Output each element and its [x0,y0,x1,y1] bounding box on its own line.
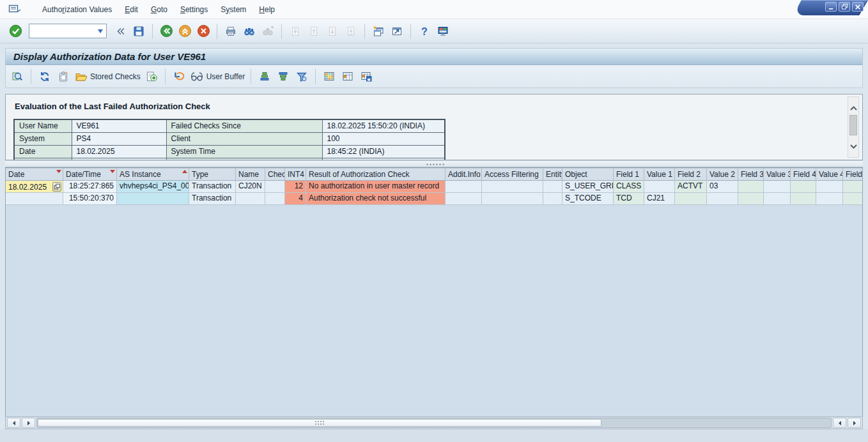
export-button[interactable] [144,68,159,85]
grid-cell-instance[interactable]: vhvheps4ci_PS4_00 [117,181,189,193]
column-header-accessf[interactable]: Access Filtering [482,168,543,181]
column-header-v1[interactable]: Value 1 [644,168,675,181]
column-header-instance[interactable]: AS Instance [117,168,189,181]
grid-cell-name[interactable] [236,193,265,205]
last-page-button[interactable] [343,23,359,40]
column-header-v2[interactable]: Value 2 [707,168,738,181]
scroll-right-icon[interactable] [22,418,35,428]
close-icon[interactable] [852,2,864,11]
grid-cell-date[interactable] [6,193,63,205]
grid-cell-check[interactable] [265,193,285,205]
next-page-button[interactable] [325,23,340,40]
grid-cell-datetime[interactable]: 18:25:27:865 [63,181,117,193]
change-layout-button[interactable] [340,68,355,85]
menu-help[interactable]: Help [252,3,281,17]
new-session-button[interactable] [371,23,386,40]
find-button[interactable] [242,23,257,40]
restore-icon[interactable] [839,2,850,11]
reset-button[interactable] [171,68,187,85]
multiple-values-button[interactable] [52,182,61,192]
details-button[interactable] [10,68,25,85]
grid-cell-addit[interactable] [446,181,482,193]
command-field[interactable] [29,24,107,38]
column-header-f2[interactable]: Field 2 [675,168,707,181]
first-page-button[interactable] [288,23,303,40]
scrollbar-track[interactable] [36,418,832,428]
help-button[interactable]: ? [417,23,432,40]
grid-cell-object[interactable]: S_TCODE [562,193,614,205]
grid-cell-type[interactable]: Transaction [189,181,236,193]
menu-system[interactable]: System [214,3,252,17]
scrollbar-thumb[interactable] [849,115,857,135]
column-header-check[interactable]: Check [265,168,285,181]
grid-cell-addit[interactable] [446,193,482,205]
sort-descending-button[interactable] [275,68,291,85]
scroll-down-icon[interactable] [848,141,858,152]
refresh-button[interactable] [37,68,52,85]
back-button[interactable] [159,23,174,40]
menu-settings[interactable]: Settings [174,3,214,17]
column-header-addit[interactable]: Addit.Info [446,168,482,181]
splitter-bar[interactable] [5,160,863,167]
grid-cell-v3[interactable] [764,193,791,205]
grid-cell-f4[interactable] [791,181,816,193]
evaluation-vertical-scrollbar[interactable] [848,96,859,158]
grid-cell-v4[interactable] [816,181,843,193]
grid-cell-v2[interactable]: 03 [707,181,738,193]
stored-checks-button[interactable]: Stored Checks [74,68,141,85]
grid-cell-result[interactable]: Authorization check not successful [306,193,446,205]
column-header-date[interactable]: Date [6,168,63,181]
cancel-button[interactable] [196,23,211,40]
grid-cell-datetime[interactable]: 15:50:20:370 [63,193,117,205]
grid-cell-result[interactable]: No authorization in user master record [306,181,446,193]
grid-cell-entity[interactable] [543,181,562,193]
grid-cell-object[interactable]: S_USER_GRP [562,181,614,193]
grid-cell-date[interactable]: 18.02.2025 [6,181,63,193]
chevron-down-icon[interactable] [98,29,103,33]
previous-page-button[interactable] [306,23,322,40]
menu-edit[interactable]: Edit [118,3,144,17]
print-button[interactable] [223,23,238,40]
grid-cell-accessf[interactable] [482,181,543,193]
create-shortcut-button[interactable] [389,23,405,40]
scroll-up-icon[interactable] [848,102,858,114]
column-header-f3[interactable]: Field 3 [738,168,764,181]
column-header-entity[interactable]: Entity [543,168,562,181]
grid-cell-f3[interactable] [738,181,764,193]
column-header-f4[interactable]: Field 4 [791,168,816,181]
grid-cell-f5[interactable] [843,193,863,205]
column-header-datetime[interactable]: Date/Time [63,168,117,181]
user-buffer-button[interactable]: User Buffer [190,68,245,85]
exit-button[interactable] [177,23,192,40]
column-header-name[interactable]: Name [236,168,265,181]
column-header-v4[interactable]: Value 4 [816,168,843,181]
grid-cell-f1[interactable]: CLASS [614,181,644,193]
grid-cell-v4[interactable] [816,193,843,205]
grid-cell-f2[interactable] [675,193,707,205]
column-header-type[interactable]: Type [189,168,236,181]
column-header-f1[interactable]: Field 1 [614,168,644,181]
enter-button[interactable] [8,23,23,40]
grid-cell-v1[interactable] [644,181,675,193]
save-layout-button[interactable] [359,68,374,85]
grid-cell-f3[interactable] [738,193,764,205]
customize-layout-button[interactable] [435,23,451,40]
grid-cell-f1[interactable]: TCD [614,193,644,205]
grid-cell-check[interactable] [265,181,285,193]
grid-cell-accessf[interactable] [482,193,543,205]
menu-authorization-values[interactable]: Authorization Values [36,3,118,17]
grid-cell-f5[interactable] [843,181,863,193]
grid-cell-f4[interactable] [791,193,816,205]
menu-goto[interactable]: Goto [144,3,174,17]
minimize-icon[interactable] [825,2,837,11]
filter-button[interactable] [294,68,309,85]
column-header-int4[interactable]: INT4 [285,168,306,181]
grid-cell-name[interactable]: CJ20N [236,181,265,193]
grid-cell-instance[interactable] [117,193,189,205]
column-header-v3[interactable]: Value 3 [764,168,791,181]
save-button[interactable] [131,23,146,40]
grid-cell-entity[interactable] [543,193,562,205]
grid-cell-v2[interactable] [707,193,738,205]
grid-cell-type[interactable]: Transaction [189,193,236,205]
grid-cell-int4[interactable]: 12 [285,181,306,193]
